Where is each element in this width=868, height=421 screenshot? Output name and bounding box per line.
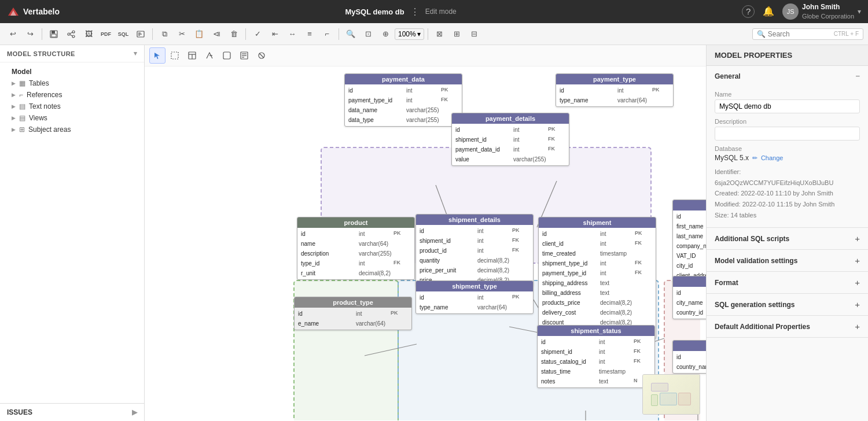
- table-row: country_idintFK: [673, 308, 706, 317]
- image-button[interactable]: 🖼: [80, 26, 97, 42]
- search-box[interactable]: 🔍 CTRL + F: [752, 28, 863, 40]
- table-row: idintPK: [539, 229, 656, 239]
- table-product[interactable]: product idintPK namevarchar(64) descript…: [297, 217, 415, 280]
- sidebar-item-references[interactable]: ▶ ⌐ References: [0, 89, 144, 101]
- sidebar-item-views[interactable]: ▶ ▤ Views: [0, 112, 144, 124]
- share-button[interactable]: [63, 26, 79, 42]
- model-label: Model: [0, 66, 144, 77]
- table-row: payment_data_idintFK: [452, 145, 569, 154]
- undo-button[interactable]: ↩: [5, 26, 21, 42]
- table-payment-data[interactable]: payment_data idintPK payment_type_idintF…: [344, 73, 462, 127]
- stack-button[interactable]: ≡: [301, 26, 318, 42]
- change-link[interactable]: Change: [761, 154, 784, 161]
- table-body-payment-data: idintPK payment_type_idintFK data_nameva…: [345, 84, 462, 126]
- section-additional-sql-header[interactable]: Additional SQL scripts +: [707, 228, 868, 249]
- canvas: Payment Product Client: [145, 45, 706, 421]
- add-note-button[interactable]: [236, 47, 252, 64]
- table-product-type[interactable]: product_type idintPK e_namevarchar(64): [294, 297, 412, 330]
- user-menu[interactable]: JS John Smith Globe Corporation ▾: [782, 3, 861, 20]
- sidebar-textnotes-label: Text notes: [29, 102, 61, 110]
- table-payment-type[interactable]: payment_type idintPK type_namevarchar(64…: [556, 73, 674, 107]
- sidebar-item-tables[interactable]: ▶ ▦ Tables: [0, 77, 144, 89]
- sql-button[interactable]: SQL: [115, 26, 131, 42]
- table-shipment-details[interactable]: shipment_details idintPK shipment_idintF…: [415, 214, 534, 287]
- select-tool-button[interactable]: [149, 47, 165, 64]
- table-row: data_typevarchar(255): [345, 115, 462, 125]
- sidebar-item-textnotes[interactable]: ▶ ▤ Text notes: [0, 101, 144, 112]
- corner-button[interactable]: ⌐: [319, 26, 335, 42]
- add-table-button[interactable]: [184, 47, 200, 64]
- section-format-header[interactable]: Format +: [707, 272, 868, 293]
- align-center-button[interactable]: ↔: [284, 26, 300, 42]
- dots-menu[interactable]: ⋮: [410, 6, 420, 17]
- notification-icon[interactable]: 🔔: [763, 6, 774, 17]
- app-name: Vertabelo: [23, 7, 60, 16]
- table-row: client_idintFK: [539, 239, 656, 249]
- section-default-props-header[interactable]: Default Additional Properties +: [707, 316, 868, 337]
- table-row: r_unitdecimal(8,2): [297, 268, 414, 278]
- grid-button[interactable]: ⊞: [449, 26, 465, 42]
- field-name: Name: [715, 91, 860, 113]
- section-additional-sql: Additional SQL scripts +: [707, 228, 868, 250]
- zoom-out-button[interactable]: 🔍: [343, 26, 359, 42]
- section-sql-generation-header[interactable]: SQL generation settings +: [707, 294, 868, 315]
- table-shipment[interactable]: shipment idintPK client_idintFK time_cre…: [538, 217, 656, 339]
- table-shipment-type[interactable]: shipment_type idintPK type_namevarchar(6…: [415, 280, 534, 314]
- canvas-toolbar: [145, 45, 706, 67]
- sql-generation-title: SQL generation settings: [715, 301, 795, 309]
- table-row: e_namevarchar(64): [295, 319, 411, 328]
- issues-bar[interactable]: ISSUES ▶: [0, 403, 144, 421]
- tables-icon: ▦: [19, 79, 25, 87]
- table-row: idintPK: [416, 293, 533, 302]
- table-city[interactable]: city idintPK city_namevarchar(128) count…: [672, 276, 706, 319]
- main-toolbar: ↩ ↪ 🖼 PDF SQL ⧉ ✂ 📋 ⧏ 🗑 ✓ ⇤ ↔ ≡ ⌐ 🔍 ⊡ ⊕ …: [0, 23, 868, 45]
- table-row: billing_addresstext: [539, 288, 656, 298]
- table-payment-details[interactable]: payment_details idintPK shipment_idintFK…: [451, 113, 569, 166]
- section-general-header[interactable]: General −: [707, 66, 868, 86]
- rect-select-tool-button[interactable]: [167, 47, 183, 64]
- minimap[interactable]: [642, 374, 700, 415]
- save-button[interactable]: [46, 26, 62, 42]
- add-reference-button[interactable]: [201, 47, 218, 64]
- search-input[interactable]: [768, 30, 832, 38]
- table-client[interactable]: client idintPK first_namevarchar(128) la…: [672, 200, 706, 282]
- name-input[interactable]: [715, 99, 860, 113]
- table-country[interactable]: country idintPK country_namevarchar(128): [672, 340, 706, 374]
- canvas-area[interactable]: Payment Product Client: [145, 67, 706, 420]
- delete-button[interactable]: 🗑: [226, 26, 242, 42]
- copy-button[interactable]: ⧉: [156, 26, 172, 42]
- disable-button[interactable]: [253, 47, 270, 64]
- clone-button[interactable]: ⧏: [208, 26, 225, 42]
- add-area-button[interactable]: [219, 47, 235, 64]
- cut-button[interactable]: ✂: [174, 26, 190, 42]
- script-button[interactable]: [133, 26, 149, 42]
- paste-button[interactable]: 📋: [191, 26, 207, 42]
- table-row: city_idintFK: [673, 261, 706, 271]
- edit-mode-label: Edit mode: [425, 8, 457, 16]
- check-button[interactable]: ✓: [249, 26, 266, 42]
- zoom-in-button[interactable]: ⊕: [377, 26, 393, 42]
- table-row: payment_type_idintFK: [345, 95, 462, 105]
- svg-rect-19: [223, 52, 230, 59]
- description-input[interactable]: [715, 127, 860, 141]
- redo-button[interactable]: ↪: [22, 26, 38, 42]
- pdf-button[interactable]: PDF: [98, 26, 114, 42]
- section-model-validation-header[interactable]: Model validation settings +: [707, 250, 868, 271]
- fit-button[interactable]: ⊡: [360, 26, 376, 42]
- map-button[interactable]: ⊟: [466, 26, 483, 42]
- align-left-button[interactable]: ⇤: [267, 26, 283, 42]
- issues-chevron-icon: ▶: [132, 408, 137, 416]
- fullscreen-button[interactable]: ⊠: [432, 26, 448, 42]
- table-body-city: idintPK city_namevarchar(128) country_id…: [673, 287, 706, 319]
- svg-point-5: [68, 33, 70, 35]
- help-icon[interactable]: ?: [742, 5, 755, 18]
- table-shipment-status[interactable]: shipment_status idintPK shipment_idintFK…: [537, 325, 655, 388]
- meta-size: Size: 14 tables: [715, 210, 860, 221]
- right-panel-header: MODEL PROPERTIES: [707, 45, 868, 66]
- table-header-shipment-details: shipment_details: [416, 215, 533, 225]
- sidebar-collapse-icon[interactable]: ▾: [134, 50, 138, 57]
- sidebar-item-subjectareas[interactable]: ▶ ⊞ Subject areas: [0, 124, 144, 135]
- zoom-level[interactable]: 100% ▾: [395, 28, 424, 40]
- table-row: shipment_idintFK: [416, 236, 533, 246]
- general-collapse-icon: −: [855, 72, 860, 80]
